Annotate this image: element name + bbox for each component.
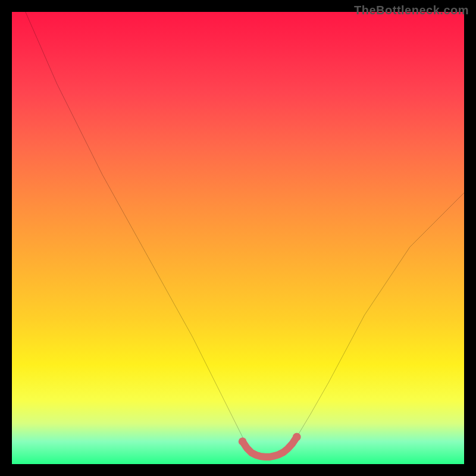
- optimal-range-end-dot: [293, 433, 301, 441]
- watermark-label: TheBottleneck.com: [354, 4, 469, 17]
- optimal-range-start-dot: [239, 437, 247, 446]
- chart-plot-area: [12, 12, 464, 464]
- bottleneck-curve: [26, 12, 464, 458]
- optimal-range-marker: [243, 437, 297, 456]
- chart-svg: [12, 12, 464, 464]
